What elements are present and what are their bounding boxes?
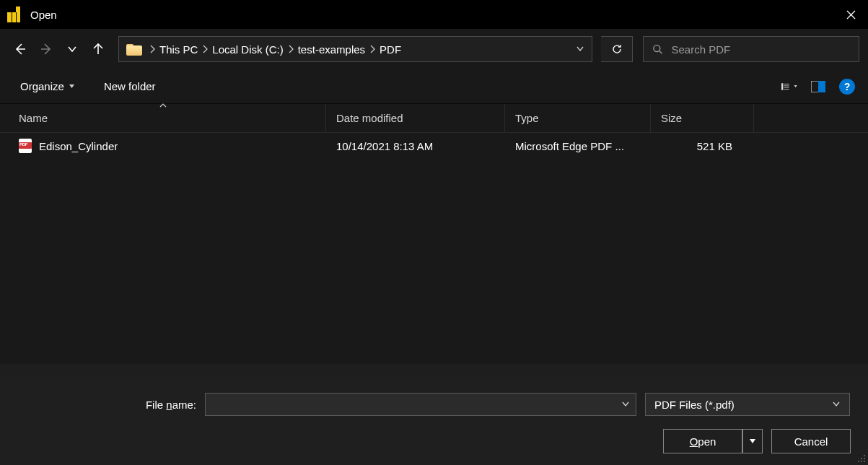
chevron-right-icon[interactable] (368, 45, 377, 53)
svg-rect-1 (781, 83, 783, 90)
close-icon (846, 10, 856, 19)
svg-point-8 (864, 455, 865, 456)
column-header-name[interactable]: Name (0, 104, 326, 132)
up-button[interactable] (87, 38, 110, 61)
chevron-right-icon[interactable] (148, 45, 157, 53)
toolbar-right: ? (781, 79, 855, 95)
column-header-date[interactable]: Date modified (326, 104, 505, 132)
address-history-button[interactable] (569, 45, 592, 53)
help-button[interactable]: ? (839, 79, 855, 95)
new-folder-button[interactable]: New folder (97, 76, 163, 97)
arrow-right-icon (39, 42, 53, 56)
chevron-down-icon (832, 400, 841, 409)
view-options-button[interactable] (781, 79, 797, 94)
breadcrumb-pdf[interactable]: PDF (377, 43, 404, 56)
pdf-file-icon (19, 139, 32, 153)
open-dropdown-button[interactable] (742, 429, 763, 453)
help-icon-label: ? (844, 81, 851, 92)
breadcrumb-test-examples[interactable]: test-examples (295, 43, 368, 56)
forward-button[interactable] (35, 38, 58, 61)
chevron-down-icon (69, 83, 75, 90)
toolbar: Organize New folder ? (0, 69, 868, 104)
filename-input[interactable] (211, 399, 621, 411)
svg-rect-7 (818, 81, 825, 92)
close-button[interactable] (833, 0, 868, 29)
window-title: Open (30, 9, 57, 21)
refresh-icon (611, 43, 623, 55)
address-bar[interactable]: This PC Local Disk (C:) test-examples PD… (118, 36, 592, 62)
svg-rect-3 (784, 85, 789, 86)
arrow-up-icon (91, 42, 105, 56)
app-icon (7, 6, 20, 22)
chevron-down-icon (621, 400, 630, 409)
chevron-down-icon (794, 83, 797, 90)
footer-panel: File name: PDF Files (*.pdf) Open Cancel (0, 375, 868, 465)
filename-row: File name: PDF Files (*.pdf) (17, 393, 851, 416)
svg-point-10 (864, 458, 865, 459)
search-box[interactable] (643, 36, 859, 62)
search-icon (652, 43, 662, 55)
file-type-cell: Microsoft Edge PDF ... (505, 140, 651, 152)
open-split-button: Open (663, 429, 763, 453)
folder-icon (126, 43, 142, 56)
recent-locations-button[interactable] (61, 38, 84, 61)
details-view-icon (781, 81, 789, 92)
column-headers: Name Date modified Type Size (0, 104, 868, 133)
back-button[interactable] (9, 38, 32, 61)
open-button[interactable]: Open (663, 429, 742, 453)
svg-point-9 (861, 458, 862, 459)
refresh-button[interactable] (601, 36, 633, 62)
svg-point-12 (861, 461, 862, 462)
search-input[interactable] (671, 43, 850, 56)
triangle-down-icon (749, 438, 756, 445)
svg-rect-4 (784, 87, 789, 87)
chevron-down-icon (576, 45, 584, 53)
file-row[interactable]: Edison_Cylinder 10/14/2021 8:13 AM Micro… (0, 133, 868, 159)
breadcrumb-local-disk[interactable]: Local Disk (C:) (209, 43, 286, 56)
svg-point-11 (858, 461, 859, 462)
file-name-cell: Edison_Cylinder (0, 139, 326, 153)
svg-rect-2 (784, 83, 789, 84)
svg-point-0 (654, 45, 660, 52)
filename-history-button[interactable] (621, 400, 630, 409)
organize-button[interactable]: Organize (13, 76, 82, 97)
file-list: Edison_Cylinder 10/14/2021 8:13 AM Micro… (0, 133, 868, 364)
sort-ascending-icon (159, 103, 167, 108)
file-name: Edison_Cylinder (39, 140, 118, 152)
preview-pane-button[interactable] (810, 79, 826, 94)
button-row: Open Cancel (17, 429, 851, 453)
resize-grip[interactable] (857, 454, 866, 463)
file-size-cell: 521 KB (651, 140, 754, 152)
navigation-bar: This PC Local Disk (C:) test-examples PD… (0, 29, 868, 69)
column-header-size[interactable]: Size (651, 104, 754, 132)
filename-label: File name: (17, 399, 196, 411)
cancel-button[interactable]: Cancel (771, 429, 851, 453)
svg-point-13 (864, 461, 865, 462)
column-header-type[interactable]: Type (505, 104, 651, 132)
filename-combobox[interactable] (205, 393, 636, 416)
new-folder-label: New folder (104, 80, 156, 92)
organize-label: Organize (20, 80, 64, 92)
file-date-cell: 10/14/2021 8:13 AM (326, 140, 505, 152)
chevron-right-icon[interactable] (201, 45, 209, 53)
breadcrumb-this-pc[interactable]: This PC (157, 43, 201, 56)
filetype-select[interactable]: PDF Files (*.pdf) (645, 393, 850, 416)
filetype-label: PDF Files (*.pdf) (654, 399, 735, 411)
svg-rect-5 (784, 88, 789, 89)
chevron-right-icon[interactable] (286, 45, 295, 53)
preview-pane-icon (811, 81, 825, 92)
title-bar: Open (0, 0, 868, 29)
arrow-left-icon (13, 42, 27, 56)
chevron-down-icon (67, 44, 77, 54)
resize-grip-icon (857, 454, 866, 463)
